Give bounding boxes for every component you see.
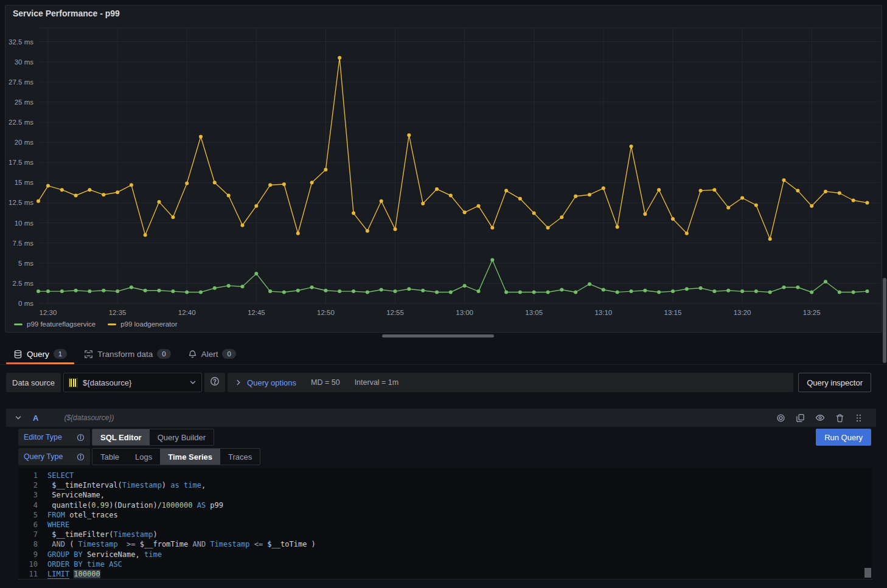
tab-count-badge: 0 [222, 349, 235, 359]
svg-text:7.5 ms: 7.5 ms [12, 240, 33, 247]
tab-label: Query [27, 350, 49, 359]
line-number: 5 [18, 510, 47, 520]
code-text: SELECT [47, 471, 74, 480]
info-circle-icon[interactable] [77, 434, 85, 441]
clickhouse-logo-icon [69, 378, 78, 387]
record-icon[interactable] [776, 413, 785, 423]
query-toolbar: Data source ${datasource} Query options … [6, 373, 871, 392]
line-number: 6 [18, 520, 47, 530]
code-text: GROUP BY ServiceName, time [47, 550, 162, 559]
code-text: ServiceName, [47, 490, 105, 500]
query-options-toggle[interactable]: Query options MD = 50 Interval = 1m [228, 373, 793, 392]
legend-series-color [108, 323, 116, 325]
help-circle-icon [210, 376, 220, 389]
datasource-value: ${datasource} [83, 378, 184, 387]
svg-text:12:30: 12:30 [40, 309, 57, 316]
collapse-query-chevron-icon[interactable] [15, 414, 22, 421]
eye-icon[interactable] [815, 413, 825, 423]
code-text: $__timeFilter(Timestamp) [47, 530, 158, 539]
editor-type-option-query-builder[interactable]: Query Builder [150, 429, 214, 445]
tab-label: Alert [201, 350, 218, 359]
svg-text:12:45: 12:45 [248, 309, 265, 316]
info-circle-icon[interactable] [77, 453, 85, 461]
max-data-points-value: MD = 50 [311, 378, 340, 387]
transform-icon [84, 350, 93, 359]
datasource-picker[interactable]: ${datasource} [63, 373, 202, 392]
line-number: 4 [18, 500, 47, 510]
drag-handle-icon[interactable] [855, 413, 863, 423]
query-type-option-time-series[interactable]: Time Series [160, 449, 220, 465]
query-inspector-button[interactable]: Query inspector [798, 373, 871, 392]
copy-icon[interactable] [796, 413, 805, 423]
svg-text:0 ms: 0 ms [18, 300, 33, 307]
svg-text:20 ms: 20 ms [15, 139, 34, 146]
run-query-button[interactable]: Run Query [816, 429, 871, 446]
line-number: 1 [18, 471, 47, 480]
code-line-8: 8 AND ( Timestamp >= $__fromTime AND Tim… [18, 539, 872, 549]
datasource-help-button[interactable] [204, 373, 225, 392]
code-line-6: 6WHERE [18, 520, 872, 530]
svg-text:27.5 ms: 27.5 ms [9, 78, 33, 86]
active-tab-underline [6, 362, 74, 364]
timeseries-panel: Service Performance - p99 0 ms2.5 ms5 ms… [5, 5, 882, 333]
tab-alert[interactable]: Alert0 [179, 344, 245, 364]
line-number: 3 [18, 490, 47, 500]
code-text: $__timeInterval(Timestamp) as time, [47, 480, 206, 490]
legend-series-label: p99 loadgenerator [120, 320, 177, 328]
line-number: 11 [18, 569, 47, 579]
tabs-divider [0, 364, 887, 365]
svg-text:13:00: 13:00 [456, 309, 473, 316]
editor-type-option-sql-editor[interactable]: SQL Editor [92, 429, 150, 445]
tab-count-badge: 1 [54, 349, 67, 359]
svg-text:2.5 ms: 2.5 ms [12, 280, 33, 287]
svg-text:12:50: 12:50 [317, 309, 335, 316]
query-type-switcher: TableLogsTime SeriesTraces [92, 448, 260, 465]
sql-code-editor[interactable]: 1SELECT2 $__timeInterval(Timestamp) as t… [18, 468, 872, 579]
code-text: ORDER BY time ASC [47, 559, 122, 569]
svg-text:15 ms: 15 ms [15, 179, 34, 186]
panel-scroll-handle[interactable] [382, 334, 494, 337]
svg-text:12:35: 12:35 [109, 309, 127, 316]
svg-text:13:25: 13:25 [803, 309, 821, 316]
query-type-option-logs[interactable]: Logs [127, 449, 160, 465]
svg-text:22.5 ms: 22.5 ms [9, 119, 33, 126]
query-datasource-hint: (${datasource}) [64, 413, 114, 422]
line-number: 8 [18, 539, 47, 549]
svg-text:17.5 ms: 17.5 ms [9, 159, 33, 166]
line-number: 7 [18, 530, 47, 539]
svg-text:13:15: 13:15 [664, 309, 682, 316]
svg-text:13:20: 13:20 [734, 309, 751, 316]
code-line-11: 11LIMIT 100000 [18, 569, 872, 579]
code-text: LIMIT 100000 [47, 569, 100, 579]
editor-type-label: Editor Type [18, 429, 90, 446]
line-number: 10 [18, 559, 47, 569]
code-line-4: 4 quantile(0.99)(Duration)/1000000 AS p9… [18, 500, 872, 510]
code-text: quantile(0.99)(Duration)/1000000 AS p99 [47, 500, 223, 510]
tab-count-badge: 0 [157, 349, 170, 359]
tab-transform-data[interactable]: Transform data0 [75, 344, 179, 364]
query-ref-id[interactable]: A [33, 413, 38, 423]
chart-legend: p99 featureflagservicep99 loadgenerator [14, 320, 178, 328]
chevron-down-icon [189, 379, 197, 386]
page-scrollbar-thumb[interactable] [883, 278, 886, 363]
legend-series-color [14, 323, 23, 325]
database-icon [13, 350, 23, 359]
query-type-option-table[interactable]: Table [92, 449, 127, 465]
trash-icon[interactable] [835, 413, 844, 423]
svg-text:30 ms: 30 ms [15, 58, 34, 66]
code-line-9: 9GROUP BY ServiceName, time [18, 550, 872, 559]
query-action-icons [776, 413, 863, 423]
code-editor-scrollbar[interactable] [864, 568, 871, 578]
interval-value: Interval = 1m [355, 378, 399, 387]
legend-item-p99-loadgenerator[interactable]: p99 loadgenerator [108, 320, 177, 328]
timeseries-chart[interactable]: 0 ms2.5 ms5 ms7.5 ms10 ms12.5 ms15 ms17.… [5, 5, 883, 319]
query-type-option-traces[interactable]: Traces [220, 449, 260, 465]
tab-query[interactable]: Query1 [5, 344, 75, 364]
legend-item-p99-featureflagservice[interactable]: p99 featureflagservice [14, 320, 96, 328]
legend-series-label: p99 featureflagservice [27, 320, 96, 328]
svg-text:5 ms: 5 ms [18, 260, 33, 267]
bell-icon [188, 350, 197, 359]
svg-text:13:10: 13:10 [594, 309, 612, 316]
svg-text:12.5 ms: 12.5 ms [9, 199, 33, 206]
chevron-right-icon [235, 379, 242, 386]
